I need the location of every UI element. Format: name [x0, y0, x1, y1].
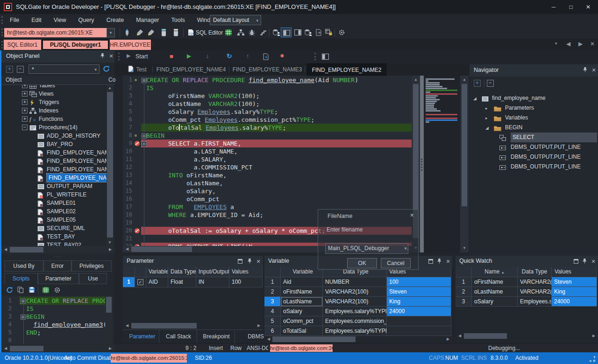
navigator-tree-item[interactable]: ▸Parameters [470, 103, 598, 113]
layout-right-icon[interactable] [294, 29, 301, 37]
variable-datatype-cell[interactable]: Employees.salary%TYPE [323, 307, 387, 316]
code-line[interactable]: 6 [1, 336, 105, 344]
menu-create[interactable]: Create [100, 14, 130, 26]
param-values-cell[interactable]: 100 [229, 277, 263, 287]
object-tree-item[interactable]: FIND_EMPLOYEE_NAME3 [1, 165, 107, 174]
menu-manager[interactable]: Manager [130, 14, 165, 26]
script-hscroll2[interactable]: ◀ ▶ [1, 345, 114, 352]
code-line[interactable]: 6 oComm_pct Employees.commission_pct%TYP… [123, 116, 412, 124]
variable-datatype-cell[interactable]: Employees.salary%TYPE [323, 326, 387, 336]
variable-col-header[interactable]: Variable [281, 267, 323, 277]
variable-row-number[interactable]: 3 [264, 297, 281, 307]
editor-vscroll[interactable]: ▲ ▼ [412, 76, 420, 252]
start-button[interactable]: Start [135, 53, 148, 60]
debug-panel-icon[interactable] [322, 54, 329, 61]
refresh-icon[interactable] [103, 65, 110, 74]
object-tree-item[interactable]: TEST_BAY [1, 232, 107, 241]
variable-name-cell[interactable]: oComm_pct [281, 316, 323, 326]
param-col-header[interactable]: Values [229, 267, 263, 277]
parameter-hscroll[interactable]: ◀ ▶ [123, 322, 263, 329]
code-line[interactable]: 8BEGIN [123, 132, 412, 140]
layout-left-button[interactable] [281, 28, 292, 37]
code-line[interactable]: 16 oComm_pct [123, 195, 412, 203]
object-tree-item[interactable]: SECURE_DML [1, 224, 107, 232]
param-col-header[interactable]: Input/Output [196, 267, 229, 277]
close-panel-icon[interactable]: ✕ [107, 53, 115, 60]
object-tree-item[interactable]: +Triggers [1, 98, 107, 106]
object-tree-item[interactable]: −Procedures(14) [1, 123, 107, 132]
resume-icon[interactable]: ▶ [127, 53, 130, 59]
tab-scripts[interactable]: Scripts [4, 273, 38, 284]
editor-tab-test[interactable]: Test [123, 63, 152, 76]
maximize-panel-icon[interactable] [572, 259, 580, 266]
watch-values-cell[interactable]: King [552, 287, 597, 297]
code-line[interactable]: 4 find_employee_name3(Aid [1, 321, 105, 329]
variable-datatype-cell[interactable]: VARCHAR2(100) [323, 297, 387, 307]
copy-icon[interactable] [17, 287, 24, 294]
watch-values-cell[interactable]: 24000 [552, 297, 597, 307]
variable-name-cell[interactable]: oFirstName [281, 287, 323, 297]
code-line[interactable]: 1CREATE OR REPLACE PROCEDU [1, 297, 105, 305]
watch-values-cell[interactable]: Steven [552, 277, 597, 287]
script-sql-icon[interactable] [43, 287, 49, 294]
sql-editor-icon[interactable]: SQL [188, 29, 194, 37]
editor-hscroll[interactable]: ◀ ▶ [123, 246, 412, 252]
code-line[interactable]: 20 oTotalSal := oSalary + oSalary * oCom… [123, 227, 412, 235]
menu-tools[interactable]: Tools [165, 14, 191, 26]
param-row-number[interactable]: 1 [123, 277, 135, 287]
commit-icon[interactable] [161, 29, 167, 38]
rollback-icon[interactable] [173, 29, 179, 38]
watch-name-header[interactable]: Name ▲ [472, 267, 518, 277]
tab-error[interactable]: Error [43, 260, 71, 272]
editor-tab-find-employee-name4[interactable]: FIND_EMPLOYEE_NAME4 [154, 63, 228, 76]
close-panel-icon[interactable]: ✕ [590, 258, 597, 265]
nav-collapse-all-button[interactable]: − [487, 80, 494, 87]
object-tree-item[interactable]: +Views [1, 90, 107, 98]
tab-close-icon[interactable]: ✕ [590, 41, 595, 47]
object-tree-item[interactable]: PL_WRITEFILE [1, 190, 107, 199]
editor-tab-find-employee-name2[interactable]: FIND_EMPLOYEE_NAME2 [307, 63, 386, 76]
navigator-tree-item[interactable]: DBMS_OUTPUT.PUT_LINE [470, 162, 598, 172]
variable-values-cell[interactable]: Steven [387, 287, 451, 297]
edit-script-icon[interactable] [136, 29, 143, 37]
expand-box-icon[interactable]: + [22, 99, 28, 105]
expand-box-icon[interactable]: + [22, 85, 28, 88]
code-line[interactable]: 2IS [1, 305, 105, 313]
menu-file[interactable]: File [4, 14, 25, 26]
window-tab-2[interactable]: HR.EMPLOYEES [110, 40, 151, 50]
sql-grid-icon[interactable] [225, 29, 232, 37]
watch-values-header[interactable]: Values [552, 267, 597, 277]
param-col-header[interactable]: Variable [146, 267, 168, 277]
quick-watch-hscroll[interactable]: ◀ ▶ [456, 332, 598, 340]
variable-values-cell[interactable] [387, 316, 451, 326]
tab-privileges[interactable]: Privileges [71, 260, 112, 272]
maximize-panel-icon[interactable] [427, 259, 434, 266]
collapse-all-button[interactable]: − [17, 66, 24, 73]
tab-forward-icon[interactable]: ▶ [578, 41, 583, 47]
sql-editor-button[interactable]: SQL Editor [196, 29, 223, 36]
variable-row-number[interactable]: 4 [264, 307, 281, 316]
connection-select[interactable]: hr@test-db.sqlgate.com:26015:XE [4, 28, 107, 37]
close-panel-icon[interactable]: ✕ [590, 67, 598, 74]
tab-use[interactable]: Use [79, 273, 107, 284]
code-line[interactable]: 5 oSalary Employees.salary%TYPE; [123, 108, 412, 116]
code-line[interactable]: 22 DBMS_OUTPUT.PUT_LINE('N [123, 243, 412, 246]
pin-icon[interactable] [581, 258, 588, 265]
expand-box-icon[interactable]: + [22, 116, 28, 122]
variable-col-header[interactable] [264, 267, 281, 277]
close-panel-icon[interactable]: ✕ [255, 258, 262, 265]
chevron-collapsed-icon[interactable]: ▸ [485, 113, 488, 123]
code-line[interactable]: 2IS [123, 84, 412, 92]
variable-col-header[interactable]: Data Type [323, 267, 387, 277]
expand-all-button[interactable]: + [6, 66, 13, 73]
pin-icon[interactable] [246, 258, 253, 265]
object-tree-item[interactable]: +Tables [1, 85, 107, 90]
code-line[interactable]: 17 FROM EMPLOYEES a [123, 203, 412, 211]
watch-col-header[interactable] [456, 267, 472, 277]
variable-row-number[interactable]: 2 [264, 287, 281, 297]
run-to-cursor-icon[interactable] [263, 53, 269, 62]
variable-values-cell[interactable] [387, 326, 451, 336]
nav-expand-all-button[interactable]: + [474, 80, 481, 87]
code-line[interactable]: 11 a.SALARY, [123, 155, 412, 163]
tab-parameter[interactable]: Parameter [38, 273, 79, 284]
